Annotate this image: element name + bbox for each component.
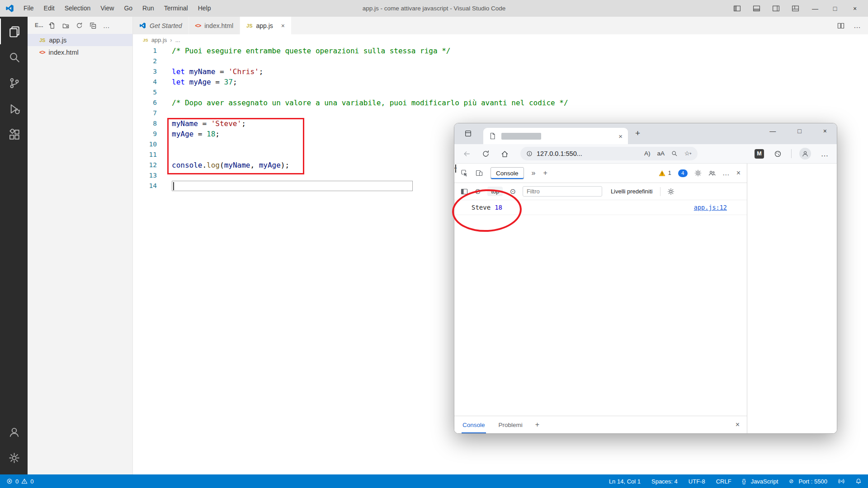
menu-run[interactable]: Run (137, 0, 159, 17)
browser-more-icon[interactable]: … (819, 150, 830, 158)
console-sidebar-icon[interactable] (461, 188, 468, 195)
minimize-button[interactable]: — (811, 5, 819, 12)
back-icon[interactable] (461, 150, 472, 158)
source-control-icon[interactable] (0, 70, 28, 96)
notifications-bell-icon[interactable] (855, 478, 862, 484)
code-line-3[interactable]: 3let myName = 'Chris'; (133, 66, 868, 77)
site-info-icon[interactable] (526, 150, 533, 157)
close-icon[interactable]: × (281, 22, 285, 29)
tab-close-icon[interactable]: × (618, 133, 623, 140)
devtools-settings-icon[interactable] (694, 169, 702, 177)
tab-app-js[interactable]: JSapp.js× (240, 17, 292, 34)
more-actions-icon[interactable]: … (103, 22, 110, 29)
folder-name[interactable]: E... (35, 22, 43, 28)
new-tab-icon[interactable]: + (635, 129, 640, 137)
maximize-button[interactable]: □ (797, 128, 801, 134)
breadcrumb[interactable]: JS app.js › ... (133, 34, 868, 46)
clear-console-icon[interactable]: ⊘ (475, 188, 481, 195)
extensions-icon[interactable] (0, 122, 28, 147)
close-button[interactable]: × (851, 5, 859, 12)
add-favorite-icon[interactable]: ☆ (684, 150, 692, 157)
console-settings-icon[interactable] (667, 188, 675, 195)
drawer-add-icon[interactable]: + (535, 421, 539, 428)
url-text[interactable]: 127.0.0.1:550... (537, 150, 582, 157)
devtools-more-icon[interactable]: … (722, 169, 730, 177)
code-line-6[interactable]: 6/* Dopo aver assegnato un valore a una … (133, 98, 868, 108)
drawer-tab-console[interactable]: Console (462, 416, 486, 433)
customize-layout-icon[interactable] (792, 5, 799, 12)
code-line-2[interactable]: 2 (133, 56, 868, 66)
more-panels-icon[interactable]: » (532, 169, 536, 177)
search-icon[interactable] (0, 44, 28, 70)
breadcrumb-symbol[interactable]: ... (175, 37, 180, 43)
status-utf-8[interactable]: UTF-8 (689, 478, 705, 485)
browser-essentials-icon[interactable] (772, 150, 783, 158)
device-toolbar-icon[interactable] (476, 169, 483, 177)
tab-get-started[interactable]: Get Started (133, 17, 189, 34)
editor-more-icon[interactable]: … (854, 22, 861, 29)
console-filter-input[interactable] (523, 186, 602, 197)
code-line-1[interactable]: 1/* Puoi eseguire entrambe queste operaz… (133, 46, 868, 56)
address-bar[interactable]: 127.0.0.1:550... A) aA ☆ (520, 147, 698, 160)
problems-indicator[interactable]: 0 0 (6, 478, 33, 485)
status-spaces-4[interactable]: Spaces: 4 (651, 478, 678, 485)
refresh-explorer-icon[interactable] (76, 22, 83, 29)
maximize-button[interactable]: □ (831, 5, 839, 12)
tab-actions-icon[interactable] (464, 130, 472, 137)
file-index-html[interactable]: <>index.html (28, 46, 132, 58)
live-expression-eye-icon[interactable]: ⊙ (509, 188, 515, 195)
browser-tab[interactable]: × (483, 128, 628, 144)
toggle-panel-icon[interactable] (753, 5, 760, 12)
inspect-element-icon[interactable] (461, 169, 468, 177)
warning-icon[interactable] (659, 170, 665, 177)
tab-index-html[interactable]: <>index.html (189, 17, 240, 34)
file-app-js[interactable]: JSapp.js (28, 34, 132, 46)
close-button[interactable]: × (823, 128, 827, 134)
translate-icon[interactable]: aA (657, 150, 665, 157)
devtools-close-icon[interactable]: × (736, 169, 741, 177)
drawer-tab-problemi[interactable]: Problemi (498, 416, 524, 433)
breadcrumb-file[interactable]: app.js (151, 37, 167, 43)
menu-terminal[interactable]: Terminal (159, 0, 193, 17)
zoom-icon[interactable] (671, 150, 678, 157)
account-icon[interactable] (0, 419, 28, 445)
run-debug-icon[interactable] (0, 96, 28, 122)
toggle-secondary-sidebar-icon[interactable] (772, 5, 780, 12)
status-port-5500[interactable]: ⊘Port : 5500 (789, 478, 827, 485)
profile-avatar[interactable] (799, 148, 811, 160)
reload-icon[interactable] (480, 150, 491, 158)
status-ln-14-col-1[interactable]: Ln 14, Col 1 (609, 478, 641, 485)
new-folder-icon[interactable] (62, 22, 69, 29)
people-icon[interactable] (708, 169, 716, 177)
menu-help[interactable]: Help (193, 0, 216, 17)
settings-icon[interactable] (0, 445, 28, 471)
collapse-folders-icon[interactable] (90, 22, 96, 29)
log-source-link[interactable]: app.js:12 (694, 204, 727, 211)
code-line-7[interactable]: 7 (133, 108, 868, 118)
status-javascript[interactable]: {}JavaScript (742, 478, 778, 485)
code-line-5[interactable]: 5 (133, 87, 868, 98)
issues-badge[interactable]: 4 (678, 169, 688, 177)
split-editor-icon[interactable] (837, 22, 844, 29)
menu-view[interactable]: View (95, 0, 119, 17)
menu-file[interactable]: File (19, 0, 39, 17)
home-icon[interactable] (499, 150, 510, 158)
drawer-close-icon[interactable]: × (736, 421, 740, 428)
code-line-4[interactable]: 4let myAge = 37; (133, 77, 868, 87)
context-selector[interactable]: top ▾ (487, 187, 503, 196)
toggle-sidebar-icon[interactable] (733, 5, 741, 12)
broadcast-icon[interactable] (838, 478, 844, 484)
menu-selection[interactable]: Selection (60, 0, 96, 17)
new-file-icon[interactable] (49, 22, 56, 29)
add-panel-icon[interactable]: + (543, 169, 547, 177)
devtools-tab-console[interactable]: Console (491, 167, 524, 179)
m-extension-icon[interactable]: M (755, 149, 764, 159)
log-levels-dropdown[interactable]: Livelli predefiniti ▾ (611, 188, 653, 195)
read-aloud-icon[interactable]: A) (644, 150, 651, 157)
explorer-icon[interactable] (0, 19, 28, 44)
status-crlf[interactable]: CRLF (716, 478, 731, 485)
menu-edit[interactable]: Edit (39, 0, 60, 17)
page-viewport[interactable] (748, 164, 837, 433)
menu-go[interactable]: Go (119, 0, 137, 17)
minimize-button[interactable]: — (769, 128, 776, 134)
